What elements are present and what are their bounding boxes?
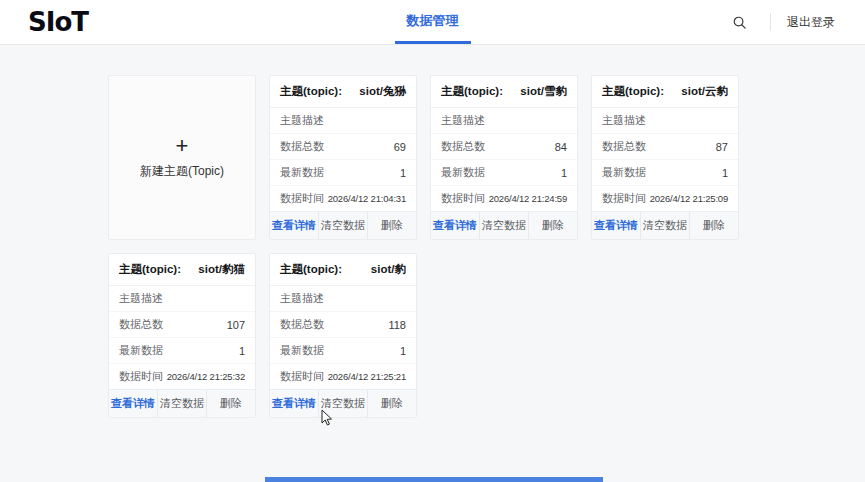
bottom-blue-bar xyxy=(265,477,603,482)
data-time-label: 数据时间 xyxy=(119,369,163,384)
view-details-button[interactable]: 查看详情 xyxy=(270,390,319,417)
topic-key-label: 主题(topic): xyxy=(119,262,181,277)
description-label: 主题描述 xyxy=(280,291,324,306)
row-latest-data: 最新数据 1 xyxy=(270,160,416,186)
topic-card-body: 主题描述 数据总数 118 最新数据 1 数据时间 2026/4/12 21:2… xyxy=(270,286,416,389)
total-count-value: 87 xyxy=(716,141,728,153)
data-time-value: 2026/4/12 21:24:59 xyxy=(489,193,567,204)
topic-card: 主题(topic): siot/云豹 主题描述 数据总数 87 最新数据 1 数… xyxy=(591,75,739,240)
siot-logo: SIoT xyxy=(28,7,88,37)
topic-name: siot/豹 xyxy=(371,262,406,277)
description-label: 主题描述 xyxy=(441,113,485,128)
row-total-count: 数据总数 69 xyxy=(270,134,416,160)
total-count-value: 84 xyxy=(555,141,567,153)
row-description: 主题描述 xyxy=(270,286,416,312)
delete-button[interactable]: 删除 xyxy=(529,212,577,239)
search-icon[interactable] xyxy=(722,5,756,39)
topic-card-header: 主题(topic): siot/豹 xyxy=(270,254,416,286)
data-time-label: 数据时间 xyxy=(280,191,324,206)
data-time-label: 数据时间 xyxy=(441,191,485,206)
row-total-count: 数据总数 118 xyxy=(270,312,416,338)
new-topic-label: 新建主题(Topic) xyxy=(140,163,224,180)
row-description: 主题描述 xyxy=(431,108,577,134)
total-count-value: 118 xyxy=(388,319,406,331)
topic-card-actions: 查看详情 清空数据 删除 xyxy=(270,211,416,239)
latest-data-label: 最新数据 xyxy=(280,343,324,358)
data-time-value: 2026/4/12 21:25:09 xyxy=(650,193,728,204)
topic-card: 主题(topic): siot/兔狲 主题描述 数据总数 69 最新数据 1 数… xyxy=(269,75,417,240)
row-latest-data: 最新数据 1 xyxy=(592,160,738,186)
topic-key-label: 主题(topic): xyxy=(280,262,342,277)
header-right-group: 退出登录 xyxy=(722,5,837,39)
row-data-time: 数据时间 2026/4/12 21:24:59 xyxy=(431,186,577,211)
row-total-count: 数据总数 107 xyxy=(109,312,255,338)
view-details-button[interactable]: 查看详情 xyxy=(270,212,319,239)
topic-card: 主题(topic): siot/雪豹 主题描述 数据总数 84 最新数据 1 数… xyxy=(430,75,578,240)
row-data-time: 数据时间 2026/4/12 21:25:32 xyxy=(109,364,255,389)
delete-button[interactable]: 删除 xyxy=(368,390,416,417)
main-content: + 新建主题(Topic) 主题(topic): siot/兔狲 主题描述 数据… xyxy=(0,45,865,418)
data-time-label: 数据时间 xyxy=(602,191,646,206)
total-count-label: 数据总数 xyxy=(602,139,646,154)
data-time-value: 2026/4/12 21:25:21 xyxy=(328,371,406,382)
delete-button[interactable]: 删除 xyxy=(207,390,255,417)
view-details-button[interactable]: 查看详情 xyxy=(592,212,641,239)
description-label: 主题描述 xyxy=(280,113,324,128)
topic-card-body: 主题描述 数据总数 107 最新数据 1 数据时间 2026/4/12 21:2… xyxy=(109,286,255,389)
clear-data-button[interactable]: 清空数据 xyxy=(319,390,368,417)
topic-card-body: 主题描述 数据总数 84 最新数据 1 数据时间 2026/4/12 21:24… xyxy=(431,108,577,211)
total-count-value: 69 xyxy=(394,141,406,153)
latest-data-value: 1 xyxy=(400,167,406,179)
data-time-label: 数据时间 xyxy=(280,369,324,384)
latest-data-value: 1 xyxy=(722,167,728,179)
topic-key-label: 主题(topic): xyxy=(280,84,342,99)
latest-data-value: 1 xyxy=(561,167,567,179)
total-count-label: 数据总数 xyxy=(441,139,485,154)
topic-card-actions: 查看详情 清空数据 删除 xyxy=(109,389,255,417)
topic-key-label: 主题(topic): xyxy=(602,84,664,99)
description-label: 主题描述 xyxy=(119,291,163,306)
header-divider xyxy=(770,13,771,31)
topic-card-header: 主题(topic): siot/豹猫 xyxy=(109,254,255,286)
topic-name: siot/云豹 xyxy=(681,84,728,99)
topic-name: siot/兔狲 xyxy=(359,84,406,99)
row-total-count: 数据总数 87 xyxy=(592,134,738,160)
row-total-count: 数据总数 84 xyxy=(431,134,577,160)
view-details-button[interactable]: 查看详情 xyxy=(431,212,480,239)
row-latest-data: 最新数据 1 xyxy=(109,338,255,364)
total-count-label: 数据总数 xyxy=(280,317,324,332)
topic-card-header: 主题(topic): siot/兔狲 xyxy=(270,76,416,108)
topic-name: siot/豹猫 xyxy=(198,262,245,277)
topic-card-actions: 查看详情 清空数据 删除 xyxy=(592,211,738,239)
latest-data-value: 1 xyxy=(400,345,406,357)
row-data-time: 数据时间 2026/4/12 21:04:31 xyxy=(270,186,416,211)
plus-icon: + xyxy=(176,135,189,157)
row-data-time: 数据时间 2026/4/12 21:25:09 xyxy=(592,186,738,211)
row-latest-data: 最新数据 1 xyxy=(431,160,577,186)
total-count-value: 107 xyxy=(227,319,245,331)
clear-data-button[interactable]: 清空数据 xyxy=(641,212,690,239)
clear-data-button[interactable]: 清空数据 xyxy=(158,390,207,417)
topic-card-header: 主题(topic): siot/云豹 xyxy=(592,76,738,108)
clear-data-button[interactable]: 清空数据 xyxy=(319,212,368,239)
delete-button[interactable]: 删除 xyxy=(368,212,416,239)
total-count-label: 数据总数 xyxy=(280,139,324,154)
row-description: 主题描述 xyxy=(270,108,416,134)
latest-data-value: 1 xyxy=(239,345,245,357)
data-time-value: 2026/4/12 21:25:32 xyxy=(167,371,245,382)
clear-data-button[interactable]: 清空数据 xyxy=(480,212,529,239)
view-details-button[interactable]: 查看详情 xyxy=(109,390,158,417)
top-header: SIoT 数据管理 退出登录 xyxy=(0,0,865,45)
new-topic-card[interactable]: + 新建主题(Topic) xyxy=(108,75,256,240)
row-latest-data: 最新数据 1 xyxy=(270,338,416,364)
topic-name: siot/雪豹 xyxy=(520,84,567,99)
delete-button[interactable]: 删除 xyxy=(690,212,738,239)
row-description: 主题描述 xyxy=(109,286,255,312)
logout-button[interactable]: 退出登录 xyxy=(785,10,837,35)
topic-card-grid: + 新建主题(Topic) 主题(topic): siot/兔狲 主题描述 数据… xyxy=(108,75,865,418)
tab-data-management[interactable]: 数据管理 xyxy=(395,0,471,44)
data-time-value: 2026/4/12 21:04:31 xyxy=(328,193,406,204)
latest-data-label: 最新数据 xyxy=(441,165,485,180)
topic-card-actions: 查看详情 清空数据 删除 xyxy=(270,389,416,417)
latest-data-label: 最新数据 xyxy=(602,165,646,180)
